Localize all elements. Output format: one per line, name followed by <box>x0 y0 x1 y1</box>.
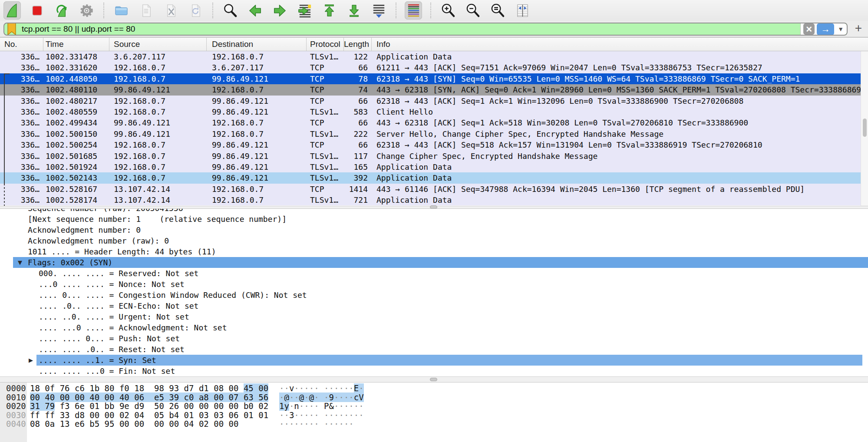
hex-dump-pane: 000018 0f 76 c6 1b 80 f0 18 98 93 d7 d1 … <box>0 383 868 442</box>
cell-time: 1002.480110 <box>43 84 109 95</box>
packet-row[interactable]: 336…1002.480217192.168.0.799.86.49.121TC… <box>0 96 868 106</box>
next-packet-icon[interactable] <box>271 1 288 20</box>
detail-text: 1011 .... = Header Length: 44 bytes (11) <box>28 246 216 257</box>
packet-row[interactable]: 336…1002.331620192.168.0.73.6.207.117TCP… <box>0 62 868 73</box>
detail-line[interactable]: ▶.... .... ..1. = Syn: Set <box>0 355 868 366</box>
detail-line[interactable]: Acknowledgment number: 0 <box>0 224 868 235</box>
reload-file-icon[interactable] <box>187 1 204 20</box>
cell-info: 61211 → 443 [ACK] Seq=7151 Ack=97069 Win… <box>372 62 868 73</box>
detail-line[interactable]: ...0 .... .... = Nonce: Not set <box>0 279 868 290</box>
add-filter-button[interactable]: + <box>855 21 862 35</box>
packet-row[interactable]: 336…1002.48011099.86.49.121192.168.0.7TC… <box>0 84 868 95</box>
last-packet-icon[interactable] <box>345 1 363 20</box>
detail-line[interactable]: .... 0... .... = Congestion Window Reduc… <box>0 290 868 300</box>
hex-row[interactable]: 002031 79 f3 6e 01 bb 9e d9 50 26 00 00 … <box>0 402 868 411</box>
cell-protocol: TLSv1… <box>307 151 344 162</box>
packet-row[interactable]: 336…1002.50015099.86.49.121192.168.0.7TL… <box>0 129 868 139</box>
open-file-icon[interactable] <box>112 1 130 20</box>
detail-line[interactable]: .... ..0. .... = Urgent: Not set <box>0 311 868 322</box>
column-header-length[interactable]: Length <box>344 38 372 51</box>
auto-scroll-icon[interactable] <box>370 1 387 20</box>
detail-line[interactable]: .... .... .0.. = Reset: Not set <box>0 344 868 355</box>
column-header-destination[interactable]: Destination <box>207 38 307 51</box>
column-header-time[interactable]: Time <box>43 38 109 51</box>
packet-row[interactable]: 336…1002.3314783.6.207.117192.168.0.7TLS… <box>0 51 868 62</box>
detail-line[interactable]: .... ...0 .... = Acknowledgment: Not set <box>0 322 868 333</box>
restart-capture-icon[interactable] <box>53 1 70 20</box>
collapse-arrow-icon[interactable]: ▼ <box>18 257 22 268</box>
cell-source: 192.168.0.7 <box>109 139 207 150</box>
chevron-down-icon[interactable]: ▼ <box>836 26 845 33</box>
scrollbar-thumb[interactable] <box>863 119 867 137</box>
cell-time: 1002.480217 <box>43 96 109 106</box>
detail-line[interactable]: .... .0.. .... = ECN-Echo: Not set <box>0 300 868 311</box>
capture-options-icon[interactable] <box>78 1 95 20</box>
filter-text[interactable]: tcp.port == 80 || udp.port == 80 <box>22 24 135 34</box>
detail-line[interactable]: Sequence number (raw): 2005041556 <box>0 209 868 214</box>
cell-time: 1002.448050 <box>43 73 109 84</box>
detail-line[interactable]: 000. .... .... = Reserved: Not set <box>0 268 868 279</box>
cell-time: 1002.480559 <box>43 106 109 117</box>
splitter-handle-icon[interactable] <box>430 205 437 209</box>
find-packet-icon[interactable] <box>221 1 239 20</box>
column-header-no[interactable]: No. <box>0 38 43 51</box>
detail-line[interactable]: .... .... 0... = Push: Not set <box>0 333 868 344</box>
detail-text: .... .... ..1. = Syn: Set <box>39 355 156 366</box>
detail-line[interactable]: ▼Flags: 0x002 (SYN) <box>0 257 868 268</box>
apply-filter-button[interactable]: → <box>817 23 834 35</box>
column-header-protocol[interactable]: Protocol <box>307 38 344 51</box>
packet-row[interactable]: 336…1002.49943499.86.49.121192.168.0.7TC… <box>0 117 868 128</box>
hex-row[interactable]: 001000 40 00 00 40 00 40 06 e5 39 c0 a8 … <box>0 393 868 402</box>
cell-length: 66 <box>344 62 372 73</box>
splitter-handle-icon[interactable] <box>430 378 437 381</box>
first-packet-icon[interactable] <box>320 1 338 20</box>
resize-columns-icon[interactable] <box>514 1 531 20</box>
cell-info: Application Data <box>372 195 868 205</box>
cell-protocol: TCP <box>307 117 344 128</box>
hex-row[interactable]: 004008 0a 13 e6 b5 95 00 00 00 00 04 02 … <box>0 419 868 429</box>
cell-length: 117 <box>344 151 372 162</box>
go-to-packet-icon[interactable] <box>296 1 313 20</box>
packet-row[interactable]: 336…1002.502143192.168.0.799.86.49.121TL… <box>0 172 868 183</box>
previous-packet-icon[interactable] <box>246 1 264 20</box>
column-header-source[interactable]: Source <box>109 38 207 51</box>
save-file-icon[interactable] <box>137 1 155 20</box>
detail-line[interactable]: [Next sequence number: 1 (relative seque… <box>0 214 868 224</box>
detail-text: Sequence number (raw): 2005041556 <box>28 209 183 214</box>
expand-arrow-icon[interactable]: ▶ <box>29 355 33 366</box>
packet-row[interactable]: 336…1002.52816713.107.42.14192.168.0.7TC… <box>0 184 868 195</box>
pane-splitter-bottom[interactable] <box>0 376 868 383</box>
cell-info: 443 → 62318 [ACK] Seq=1 Ack=518 Win=3020… <box>372 117 868 128</box>
detail-line[interactable]: Acknowledgment number (raw): 0 <box>0 235 868 246</box>
packet-row[interactable]: 336…1002.52817413.107.42.14192.168.0.7TL… <box>0 195 868 205</box>
cell-destination: 192.168.0.7 <box>207 184 307 195</box>
hex-row[interactable]: 0030ff ff 33 d8 00 00 02 04 05 b4 01 03 … <box>0 411 868 420</box>
detail-text: .... .... 0... = Push: Not set <box>39 333 180 344</box>
packet-row[interactable]: 336…1002.501924192.168.0.799.86.49.121TL… <box>0 162 868 172</box>
cell-no: 336… <box>0 172 43 183</box>
scrollbar-track[interactable] <box>861 51 868 206</box>
packet-row[interactable]: 336…1002.448050192.168.0.799.86.49.121TC… <box>0 73 868 84</box>
packet-row[interactable]: 336…1002.480559192.168.0.799.86.49.121TL… <box>0 106 868 117</box>
hex-row[interactable]: 000018 0f 76 c6 1b 80 f0 18 98 93 d7 d1 … <box>0 384 868 393</box>
bookmark-icon[interactable] <box>7 23 17 36</box>
display-filter-input[interactable]: tcp.port == 80 || udp.port == 80 ✕ → ▼ <box>3 23 848 36</box>
filter-bar: tcp.port == 80 || udp.port == 80 ✕ → ▼ + <box>0 21 868 37</box>
detail-line[interactable]: 1011 .... = Header Length: 44 bytes (11) <box>0 246 868 257</box>
colorize-icon[interactable] <box>405 1 422 20</box>
cell-no: 336… <box>0 162 43 172</box>
zoom-reset-icon[interactable] <box>489 1 506 20</box>
packet-row[interactable]: 336…1002.500254192.168.0.799.86.49.121TC… <box>0 139 868 150</box>
packet-row[interactable]: 336…1002.501685192.168.0.799.86.49.121TL… <box>0 151 868 162</box>
column-header-info[interactable]: Info <box>372 38 868 51</box>
detail-line[interactable]: .... .... ...0 = Fin: Not set <box>0 366 868 376</box>
start-capture-icon[interactable] <box>3 1 21 20</box>
stop-capture-icon[interactable] <box>28 1 46 20</box>
zoom-out-icon[interactable] <box>464 1 482 20</box>
clear-filter-button[interactable]: ✕ <box>803 23 815 35</box>
detail-text: .... .0.. .... = ECN-Echo: Not set <box>39 300 198 311</box>
detail-text: .... ..0. .... = Urgent: Not set <box>39 311 189 322</box>
zoom-in-icon[interactable] <box>439 1 457 20</box>
pane-splitter-top[interactable] <box>0 206 868 209</box>
close-file-icon[interactable] <box>162 1 179 20</box>
